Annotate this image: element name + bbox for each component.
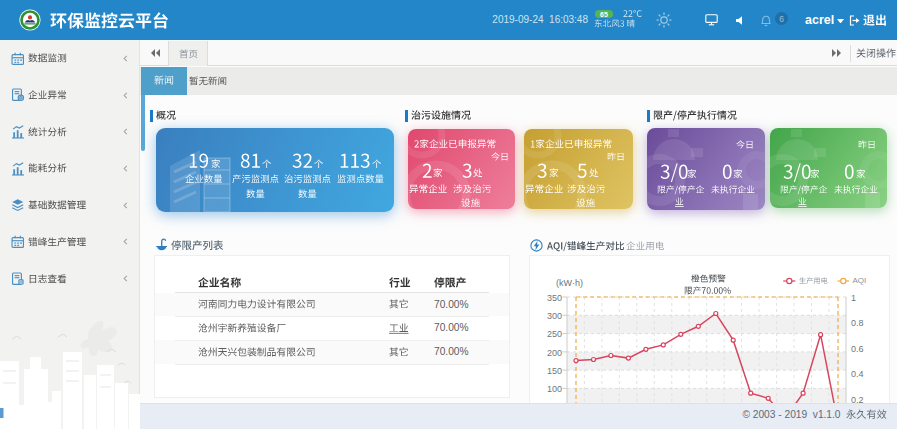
svg-text:(kW·h): (kW·h)	[556, 278, 583, 288]
svg-text:0.8: 0.8	[851, 318, 864, 328]
svg-text:250: 250	[547, 329, 562, 339]
svg-text:300: 300	[547, 311, 562, 321]
svg-text:1: 1	[851, 293, 856, 303]
svg-text:0.4: 0.4	[851, 369, 864, 379]
svg-text:100: 100	[547, 384, 562, 394]
svg-text:150: 150	[547, 366, 562, 376]
svg-text:350: 350	[547, 293, 562, 303]
svg-text:200: 200	[547, 348, 562, 358]
svg-text:0.6: 0.6	[851, 344, 864, 354]
